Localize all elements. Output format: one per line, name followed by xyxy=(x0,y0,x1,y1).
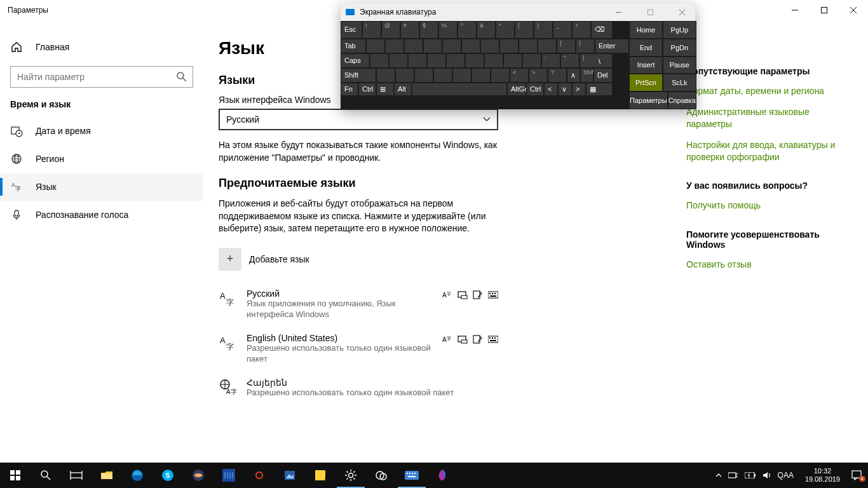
osk-key[interactable]: Ctrl xyxy=(358,83,376,96)
rail-link-help[interactable]: Получить помощь xyxy=(686,200,854,212)
svg-rect-39 xyxy=(16,476,20,480)
taskbar-app-settings[interactable] xyxy=(336,463,366,488)
osk-side-key[interactable]: Insert xyxy=(629,57,663,74)
svg-rect-20 xyxy=(494,293,496,294)
osk-key[interactable]: Tab xyxy=(341,39,366,53)
sidebar-item-label: Распознавание голоса xyxy=(36,210,128,220)
dropdown-value: Русский xyxy=(226,114,259,125)
rail-link-feedback[interactable]: Оставить отзыв xyxy=(686,259,854,271)
tray-clock[interactable]: 10:32 19.08.2019 xyxy=(800,467,845,484)
osk-key[interactable]: Alt xyxy=(394,83,412,96)
feature-icon xyxy=(488,335,498,344)
language-item[interactable]: A字English (United States)Разрешено испол… xyxy=(219,327,498,371)
language-item[interactable]: A字РусскийЯзык приложения по умолчанию, Я… xyxy=(219,282,498,327)
sidebar-item-speech[interactable]: Распознавание голоса xyxy=(0,201,203,229)
tray-chevron-up-icon[interactable] xyxy=(715,472,722,478)
tray-volume-icon[interactable] xyxy=(763,471,771,480)
taskbar-app-generic4[interactable] xyxy=(366,463,397,488)
task-view-button[interactable] xyxy=(61,463,92,488)
sidebar-item-language[interactable]: A字 Язык xyxy=(0,173,203,201)
taskbar-app-generic2[interactable] xyxy=(214,463,244,488)
window-title: Параметры xyxy=(8,6,48,15)
interface-language-dropdown[interactable]: Русский xyxy=(219,109,498,130)
osk-side-key[interactable]: Справка xyxy=(668,92,696,109)
language-glyph-icon: A字 xyxy=(219,379,236,396)
tray-network-icon[interactable] xyxy=(728,471,738,479)
rail-link[interactable]: Настройки для ввода, клавиатуры и провер… xyxy=(686,139,854,163)
osk-side-key[interactable]: Home xyxy=(629,21,663,39)
osk-key[interactable]: Shift xyxy=(580,68,593,83)
osk-key[interactable]: Del xyxy=(593,68,613,83)
tray-notifications-icon[interactable]: 4 xyxy=(851,470,865,480)
window-close-button[interactable] xyxy=(839,0,868,20)
osk-key[interactable]: AltGr xyxy=(507,83,526,96)
taskbar-app-generic1[interactable] xyxy=(183,463,214,488)
search-input[interactable] xyxy=(17,72,176,82)
osk-key[interactable]: >. xyxy=(529,68,548,83)
osk-side-key[interactable]: PgUp xyxy=(663,21,696,39)
svg-rect-53 xyxy=(315,470,325,480)
language-item[interactable]: A字ՀայերենРазрешено использовать только о… xyxy=(219,371,498,405)
taskbar-search[interactable] xyxy=(31,463,61,488)
taskbar-app-edge[interactable] xyxy=(122,463,153,488)
osk-close-button[interactable] xyxy=(668,3,695,21)
rail-link[interactable]: Формат даты, времени и региона xyxy=(686,85,854,97)
osk-key[interactable]: n xyxy=(471,68,491,83)
osk-side-key[interactable]: End xyxy=(629,39,663,57)
window-minimize-button[interactable] xyxy=(780,0,810,20)
osk-key[interactable]: c xyxy=(414,68,433,83)
osk-side-key[interactable]: PrtScn xyxy=(629,74,663,92)
svg-rect-63 xyxy=(408,476,416,477)
osk-key[interactable]: Esc xyxy=(341,21,362,39)
add-language-button[interactable]: + Добавьте язык xyxy=(219,248,661,271)
osk-key[interactable]: ⊞ xyxy=(376,83,394,96)
taskbar-app-sticky-notes[interactable] xyxy=(305,463,336,488)
taskbar-app-osk[interactable] xyxy=(397,463,427,488)
sidebar-category: Время и язык xyxy=(0,99,203,117)
osk-key[interactable]: ?/ xyxy=(548,68,567,83)
taskbar-app-explorer[interactable] xyxy=(92,463,122,488)
osk-key[interactable]: Shift xyxy=(341,68,376,83)
tray-date: 19.08.2019 xyxy=(805,475,840,484)
svg-text:A: A xyxy=(442,292,447,299)
sidebar-item-date-time[interactable]: Дата и время xyxy=(0,117,203,145)
taskbar-app-generic3[interactable] xyxy=(244,463,275,488)
osk-side-key[interactable]: Pause xyxy=(663,57,696,74)
sidebar-item-region[interactable]: Регион xyxy=(0,145,203,173)
osk-key[interactable] xyxy=(412,83,507,96)
osk-side-key[interactable]: PgDn xyxy=(663,39,696,57)
osk-key[interactable]: ∨ xyxy=(558,83,572,96)
taskbar-app-paint3d[interactable] xyxy=(427,463,458,488)
osk-key[interactable]: b xyxy=(452,68,471,83)
system-tray: QAA 10:32 19.08.2019 4 xyxy=(715,467,868,484)
sidebar-home[interactable]: Главная xyxy=(0,36,203,58)
svg-point-47 xyxy=(194,473,202,477)
osk-key[interactable]: Caps xyxy=(341,53,370,68)
osk-key[interactable]: <, xyxy=(510,68,529,83)
osk-key[interactable]: ∧ xyxy=(567,68,580,83)
tray-language-indicator[interactable]: QAA xyxy=(778,471,794,480)
svg-rect-15 xyxy=(473,291,480,299)
osk-maximize-button[interactable] xyxy=(637,3,663,21)
taskbar-app-skype[interactable]: S xyxy=(153,463,183,488)
osk-key[interactable]: < xyxy=(544,83,558,96)
osk-key[interactable]: ▦ xyxy=(586,83,613,96)
taskbar-app-photos[interactable] xyxy=(275,463,305,488)
start-button[interactable] xyxy=(0,463,31,488)
osk-key[interactable]: v xyxy=(433,68,452,83)
tray-battery-icon[interactable] xyxy=(745,472,756,478)
osk-key[interactable]: m xyxy=(491,68,510,83)
search-container[interactable] xyxy=(10,66,193,88)
osk-key[interactable]: Ctrl xyxy=(526,83,544,96)
rail-link[interactable]: Административные языковые параметры xyxy=(686,106,854,130)
osk-side-key[interactable]: Параметры xyxy=(629,92,668,109)
osk-key[interactable]: > xyxy=(572,83,586,96)
osk-side-key[interactable]: ScLk xyxy=(663,74,696,92)
osk-key[interactable]: x xyxy=(395,68,414,83)
osk-key[interactable]: Fn xyxy=(341,83,358,96)
window-maximize-button[interactable] xyxy=(810,0,839,20)
osk-key[interactable]: z xyxy=(376,68,395,83)
sidebar-home-label: Главная xyxy=(36,42,69,52)
language-name: English (United States) xyxy=(247,333,432,343)
svg-rect-18 xyxy=(489,293,491,294)
